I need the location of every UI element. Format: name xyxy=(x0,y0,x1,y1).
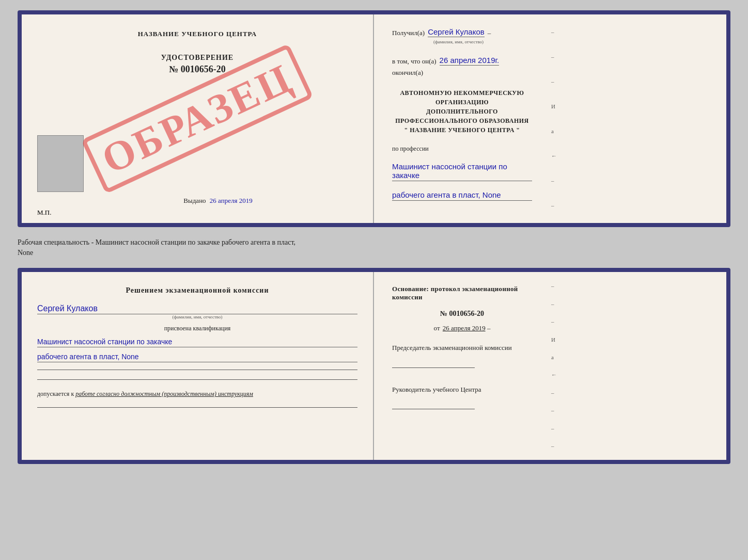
training-center-title-top: НАЗВАНИЕ УЧЕБНОГО ЦЕНТРА xyxy=(138,30,257,38)
vydano-date: 26 апреля 2019 xyxy=(210,197,253,204)
subtitle-line2: None xyxy=(18,249,33,257)
mp-label: М.П. xyxy=(37,209,51,217)
cert-bottom-right: Основание: протокол экзаменационной коми… xyxy=(374,272,550,460)
photo-placeholder xyxy=(37,135,84,192)
subtitle-text: Рабочая специальность - Машинист насосно… xyxy=(18,235,730,260)
qual-line2: рабочего агента в пласт, None xyxy=(37,353,357,362)
dopuskaetsya-label: допускается к xyxy=(37,390,74,397)
top-certificate: НАЗВАНИЕ УЧЕБНОГО ЦЕНТРА ОБРАЗЕЦ УДОСТОВ… xyxy=(18,10,730,227)
blank-line-2 xyxy=(37,379,357,380)
poluchil-name: Сергей Кулаков xyxy=(428,27,485,37)
poluchil-line: Получил(а) Сергей Кулаков – xyxy=(392,27,532,37)
proto-date-prefix: от xyxy=(434,324,440,332)
vtom-label: в том, что он(а) xyxy=(392,57,437,66)
bottom-fio-hint: (фамилия, имя, отчество) xyxy=(37,314,357,319)
proto-date-val: 26 апреля 2019 xyxy=(443,324,486,332)
org-line2: ДОПОЛНИТЕЛЬНОГО ПРОФЕССИОНАЛЬНОГО ОБРАЗО… xyxy=(392,107,532,125)
right-margin-marks: – – – И а ← – – xyxy=(550,14,559,223)
po-professii: по профессии xyxy=(392,145,532,153)
osnovaniye: Основание: протокол экзаменационной коми… xyxy=(392,285,532,301)
predsedatel-block: Председатель экзаменационной комиссии xyxy=(392,343,532,353)
org-line3: " НАЗВАНИЕ УЧЕБНОГО ЦЕНТРА " xyxy=(392,125,532,135)
rukovoditel-sign-line xyxy=(392,409,475,409)
vydano-label: Выдано xyxy=(183,197,206,204)
org-block: АВТОНОМНУЮ НЕКОММЕРЧЕСКУЮ ОРГАНИЗАЦИЮ ДО… xyxy=(392,88,532,135)
vtom-date: 26 апреля 2019г. xyxy=(440,56,500,66)
bottom-certificate: Решением экзаменационной комиссии Сергей… xyxy=(18,268,730,464)
poluchil-label: Получил(а) xyxy=(392,29,425,37)
bottom-name-block: Сергей Кулаков (фамилия, имя, отчество) xyxy=(37,301,357,319)
dopuskaetsya-val: работе согласно должностным (производств… xyxy=(75,390,253,397)
okonchil-label: окончил(а) xyxy=(392,69,423,77)
profession-line1: Машинист насосной станции по закачке xyxy=(392,162,532,181)
udostoverenie-label: УДОСТОВЕРЕНИЕ xyxy=(161,54,233,62)
bottom-name: Сергей Кулаков xyxy=(37,304,357,314)
profession-line2: рабочего агента в пласт, None xyxy=(392,190,532,201)
bottom-right-margin-marks: – – – И а ← – – – – xyxy=(550,272,559,460)
dopuskaetsya-block: допускается к работе согласно должностны… xyxy=(37,390,357,398)
cert-bottom-left: Решением экзаменационной комиссии Сергей… xyxy=(22,272,374,460)
udostoverenie-num: № 0010656-20 xyxy=(161,64,233,75)
prisvoena-label: присвоена квалификация xyxy=(37,325,357,332)
predsedatel-sign-line xyxy=(392,367,475,368)
proto-date: от 26 апреля 2019 – xyxy=(392,324,532,332)
blank-line-1 xyxy=(37,370,357,370)
cert-right-wrapper: Получил(а) Сергей Кулаков – (фамилия, им… xyxy=(374,14,726,223)
vydano-line: Выдано 26 апреля 2019 xyxy=(183,197,252,205)
fio-hint-top: (фамилия, имя, отчество) xyxy=(433,39,532,44)
komissia-title: Решением экзаменационной комиссии xyxy=(37,285,357,296)
vtom-line: в том, что он(а) 26 апреля 2019г. окончи… xyxy=(392,56,532,77)
poluchil-dash: – xyxy=(488,29,491,37)
blank-line-3 xyxy=(37,407,357,408)
proto-num: № 0010656-20 xyxy=(392,310,532,318)
cert-bottom-right-wrapper: Основание: протокол экзаменационной коми… xyxy=(374,272,726,460)
predsedatel-label: Председатель экзаменационной комиссии xyxy=(392,344,512,351)
org-line1: АВТОНОМНУЮ НЕКОММЕРЧЕСКУЮ ОРГАНИЗАЦИЮ xyxy=(392,88,532,107)
cert-left-panel: НАЗВАНИЕ УЧЕБНОГО ЦЕНТРА ОБРАЗЕЦ УДОСТОВ… xyxy=(22,14,374,223)
cert-right-panel: Получил(а) Сергей Кулаков – (фамилия, им… xyxy=(374,14,550,223)
qual-line1: Машинист насосной станции по закачке xyxy=(37,338,357,347)
rukovoditel-block: Руководитель учебного Центра xyxy=(392,385,532,395)
rukovoditel-label: Руководитель учебного Центра xyxy=(392,386,481,393)
udostoverenie-block: УДОСТОВЕРЕНИЕ № 0010656-20 xyxy=(161,54,233,75)
subtitle-line1: Рабочая специальность - Машинист насосно… xyxy=(18,238,295,246)
